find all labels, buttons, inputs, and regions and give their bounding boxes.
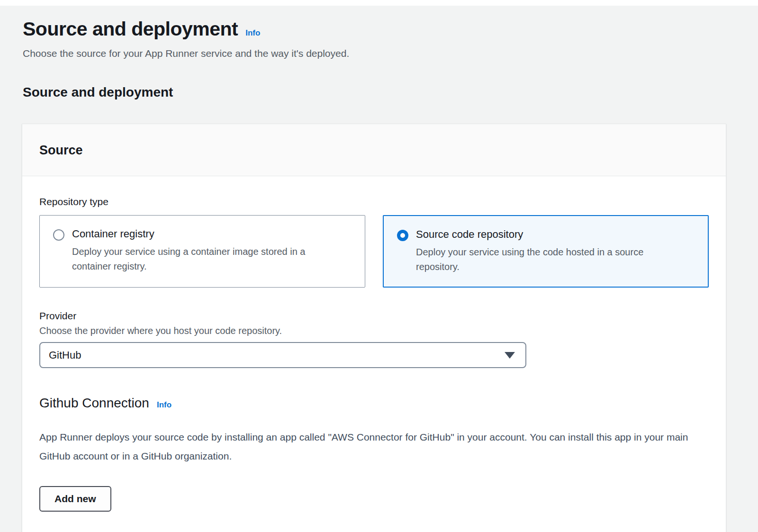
- tile-description: Deploy your service using a container im…: [72, 244, 337, 274]
- section-heading: Source and deployment: [23, 85, 735, 100]
- source-panel-title: Source: [39, 143, 709, 158]
- github-connection-info-link[interactable]: Info: [157, 400, 171, 410]
- repository-type-tiles: Container registry Deploy your service u…: [39, 215, 709, 288]
- github-connection-header: Github Connection Info: [39, 396, 709, 411]
- page-title-info-link[interactable]: Info: [245, 28, 260, 38]
- provider-description: Choose the provider where you host your …: [39, 325, 709, 336]
- provider-selected-value: GitHub: [49, 349, 81, 361]
- github-connection-description: App Runner deploys your source code by i…: [39, 428, 698, 466]
- add-new-button[interactable]: Add new: [39, 486, 111, 512]
- page-header: Source and deployment Info: [23, 18, 735, 40]
- caret-down-icon: [505, 352, 515, 359]
- tile-container-registry[interactable]: Container registry Deploy your service u…: [39, 215, 365, 288]
- github-connection-heading: Github Connection: [39, 396, 149, 411]
- top-strip: [0, 0, 758, 6]
- repository-type-label: Repository type: [39, 196, 709, 207]
- tile-title: Container registry: [72, 228, 337, 240]
- radio-button-checked-icon[interactable]: [397, 230, 408, 241]
- tile-source-code-repository[interactable]: Source code repository Deploy your servi…: [383, 215, 709, 288]
- source-panel: Source Repository type Container registr…: [22, 124, 726, 532]
- page-title: Source and deployment: [23, 18, 238, 40]
- radio-button-icon[interactable]: [53, 229, 64, 241]
- provider-field: Provider Choose the provider where you h…: [39, 310, 709, 368]
- page-content: Source and deployment Info Choose the so…: [0, 6, 758, 532]
- provider-label: Provider: [39, 310, 709, 322]
- source-panel-body: Repository type Container registry Deplo…: [22, 176, 726, 532]
- github-connection-section: Github Connection Info App Runner deploy…: [39, 396, 709, 512]
- tile-description: Deploy your service using the code hoste…: [416, 245, 681, 274]
- provider-select[interactable]: GitHub: [39, 342, 526, 368]
- source-panel-header: Source: [22, 124, 726, 176]
- page-subtitle: Choose the source for your App Runner se…: [23, 48, 735, 59]
- tile-title: Source code repository: [416, 228, 681, 241]
